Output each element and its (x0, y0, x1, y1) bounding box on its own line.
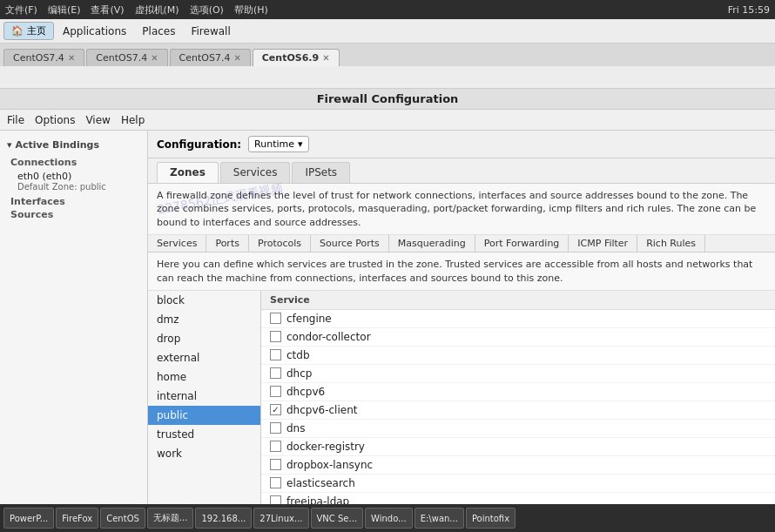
os-menu-file[interactable]: 文件(F) (5, 3, 37, 17)
interfaces-label: Interfaces (0, 195, 147, 208)
active-bindings-header: ▾ Active Bindings (0, 136, 147, 154)
zone-work[interactable]: work (148, 444, 260, 463)
service-elasticsearch[interactable]: elasticsearch (261, 475, 775, 493)
service-name-freeipa-ldap: freeipa-ldap (286, 495, 349, 504)
taskbar-vnc[interactable]: VNC Se... (311, 508, 364, 529)
service-dropbox-lansync[interactable]: dropbox-lansync (261, 456, 775, 475)
os-menu-vm[interactable]: 虚拟机(M) (135, 3, 179, 17)
service-ctdb[interactable]: ctdb (261, 347, 775, 365)
menu-file[interactable]: File (7, 114, 24, 126)
sources-label: Sources (0, 208, 147, 221)
service-docker-registry[interactable]: docker-registry (261, 438, 775, 456)
service-checkbox-dns[interactable] (270, 422, 281, 434)
subtab-source-ports[interactable]: Source Ports (311, 235, 389, 252)
collapse-icon[interactable]: ▾ (7, 139, 12, 151)
service-name-dhcp: dhcp (286, 367, 312, 380)
service-checkbox-dropbox[interactable] (270, 459, 281, 470)
service-checkbox-dhcp[interactable] (270, 367, 281, 379)
tab-ipsets[interactable]: IPSets (292, 162, 350, 183)
service-name-dropbox: dropbox-lansync (286, 459, 373, 471)
desktop-app-bar (0, 66, 775, 89)
service-checkbox-dhcpv6-client[interactable] (270, 404, 281, 415)
config-dropdown[interactable]: Runtime ▾ (248, 136, 308, 152)
subtab-icmp-filter[interactable]: ICMP Filter (569, 235, 637, 252)
tab-services-top[interactable]: Services (220, 162, 291, 183)
zone-public[interactable]: public (148, 406, 260, 425)
subtab-rich-rules[interactable]: Rich Rules (637, 235, 705, 252)
os-clock: Fri 15:59 (728, 4, 770, 16)
os-menu-help[interactable]: 帮助(H) (234, 3, 268, 17)
tab-close-icon[interactable]: ✕ (233, 53, 240, 63)
taskbar-firefox[interactable]: FireFox (56, 508, 98, 529)
taskbar-windo[interactable]: Windo... (365, 508, 413, 529)
service-checkbox-freeipa-ldap[interactable] (270, 495, 281, 504)
service-checkbox-ctdb[interactable] (270, 349, 281, 360)
service-dhcpv6[interactable]: dhcpv6 (261, 383, 775, 401)
taskbar-ewan[interactable]: E:\wan... (414, 508, 464, 529)
services-header: Service (261, 291, 775, 310)
config-bar: Configuration: Runtime ▾ (148, 131, 775, 158)
menubar-places[interactable]: Places (135, 24, 182, 39)
os-menu-edit[interactable]: 编辑(E) (48, 3, 81, 17)
service-freeipa-ldap[interactable]: freeipa-ldap (261, 493, 775, 504)
window-body: ▾ Active Bindings Connections eth0 (eth0… (0, 131, 775, 504)
services-description: Here you can define which services are t… (148, 253, 775, 291)
main-window: Firewall Configuration File Options View… (0, 89, 775, 504)
tab-centos69[interactable]: CentOS6.9 ✕ (253, 49, 340, 66)
service-checkbox-dhcpv6[interactable] (270, 386, 281, 397)
zone-description: A firewalld zone defines the level of tr… (148, 184, 775, 235)
menubar-firewall[interactable]: Firewall (184, 24, 237, 39)
tab-close-icon[interactable]: ✕ (322, 53, 329, 63)
service-checkbox-elasticsearch[interactable] (270, 477, 281, 488)
app-menu-bar: 🏠 主页 Applications Places Firewall (0, 19, 775, 44)
menubar-applications[interactable]: Applications (56, 24, 133, 39)
tab-zones[interactable]: Zones (157, 162, 219, 183)
menu-help[interactable]: Help (121, 114, 145, 126)
subtab-services[interactable]: Services (148, 235, 206, 252)
sidebar-eth0[interactable]: eth0 (eth0) Default Zone: public (0, 169, 147, 193)
content-area: Configuration: Runtime ▾ Zones Services … (148, 131, 775, 504)
connections-section: Connections eth0 (eth0) Default Zone: pu… (0, 154, 147, 195)
home-button[interactable]: 🏠 主页 (3, 22, 54, 40)
taskbar-27linux[interactable]: 27Linux... (253, 508, 308, 529)
tab-centos74-1[interactable]: CentOS7.4 ✕ (3, 49, 84, 66)
taskbar-powerp[interactable]: PowerP... (3, 508, 54, 529)
zone-internal[interactable]: internal (148, 387, 260, 406)
config-label: Configuration: (157, 138, 241, 151)
subtab-masquerading[interactable]: Masquerading (389, 235, 475, 252)
menu-options[interactable]: Options (35, 114, 75, 126)
tab-centos74-3[interactable]: CentOS7.4 ✕ (170, 49, 251, 66)
subtab-port-forwarding[interactable]: Port Forwarding (475, 235, 569, 252)
tab-close-icon[interactable]: ✕ (151, 53, 158, 63)
zone-dmz[interactable]: dmz (148, 310, 260, 329)
taskbar-untitled[interactable]: 无标题... (147, 508, 194, 529)
subtab-protocols[interactable]: Protocols (249, 235, 311, 252)
taskbar-pointofix[interactable]: Pointofix (466, 508, 516, 529)
zone-trusted[interactable]: trusted (148, 425, 260, 444)
window-title: Firewall Configuration (0, 89, 775, 110)
service-cfengine[interactable]: cfengine (261, 310, 775, 328)
zone-drop[interactable]: drop (148, 329, 260, 348)
taskbar-centos[interactable]: CentOS (100, 508, 145, 529)
service-checkbox-docker[interactable] (270, 441, 281, 452)
tab-centos74-2[interactable]: CentOS7.4 ✕ (86, 49, 167, 66)
taskbar-ip[interactable]: 192.168... (195, 508, 252, 529)
menu-view[interactable]: View (85, 114, 110, 126)
subtab-ports[interactable]: Ports (206, 235, 249, 252)
zone-block[interactable]: block (148, 291, 260, 310)
service-dns[interactable]: dns (261, 420, 775, 438)
service-condor-collector[interactable]: condor-collector (261, 328, 775, 347)
os-menu-view[interactable]: 查看(V) (91, 3, 124, 17)
bottom-taskbar: PowerP... FireFox CentOS 无标题... 192.168.… (0, 504, 775, 532)
service-dhcp[interactable]: dhcp (261, 365, 775, 383)
zone-home[interactable]: home (148, 367, 260, 387)
sidebar: ▾ Active Bindings Connections eth0 (eth0… (0, 131, 148, 504)
service-dhcpv6-client[interactable]: dhcpv6-client (261, 401, 775, 420)
service-checkbox-cfengine[interactable] (270, 313, 281, 324)
service-checkbox-condor[interactable] (270, 331, 281, 342)
os-menu-options[interactable]: 选项(O) (190, 3, 224, 17)
service-name-dhcpv6-client: dhcpv6-client (286, 404, 357, 416)
tab-close-icon[interactable]: ✕ (68, 53, 75, 63)
tab-label: CentOS7.4 (13, 52, 64, 64)
zone-external[interactable]: external (148, 348, 260, 367)
